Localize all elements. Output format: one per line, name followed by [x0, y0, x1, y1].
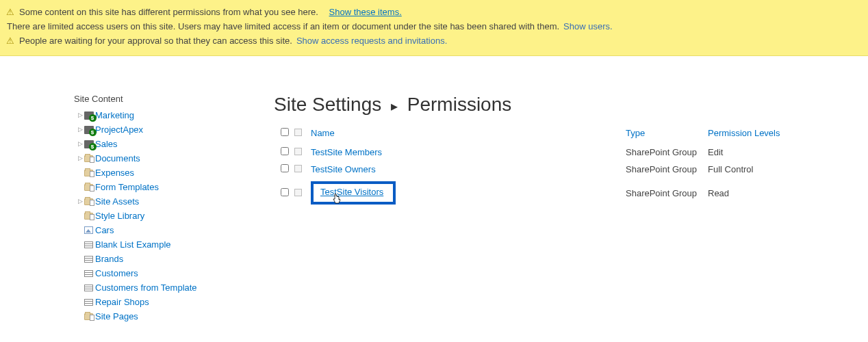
sidebar-item-label[interactable]: Form Templates	[95, 180, 159, 194]
sidebar-item[interactable]: ▷$Sales	[74, 137, 260, 151]
sidebar-item-label[interactable]: Cars	[95, 223, 114, 237]
navigation-tree: ▷$Marketing▷$ProjectApex▷$Sales▷Document…	[74, 108, 260, 324]
sidebar-item[interactable]: Blank List Example	[74, 237, 260, 252]
group-name-link[interactable]: TestSite Visitors	[320, 187, 383, 197]
permission-level: Edit	[708, 144, 868, 161]
expand-caret-icon[interactable]: ▷	[77, 194, 84, 209]
sidebar-item[interactable]: Site Pages	[74, 309, 260, 324]
highlighted-selection: TestSite Visitors	[311, 181, 396, 205]
expand-caret-icon[interactable]: ▷	[77, 137, 84, 151]
notification-bar: ⚠ Some content on this site has differen…	[0, 0, 868, 56]
list-icon	[84, 239, 94, 250]
expand-caret-icon[interactable]: ▷	[77, 151, 84, 166]
sidebar-item[interactable]: ▷$Marketing	[74, 108, 260, 122]
folder-doc-icon	[84, 153, 94, 163]
row-type-icon	[294, 189, 302, 196]
notification-text-1: Some content on this site has different …	[19, 5, 318, 19]
sidebar-item[interactable]: Style Library	[74, 209, 260, 223]
notification-text-2: There are limited access users on this s…	[7, 20, 559, 34]
folder-doc-icon	[84, 168, 94, 178]
notification-text-3: People are waiting for your approval so …	[19, 34, 292, 48]
permission-level: Full Control	[708, 161, 868, 178]
sidebar-title: Site Content	[74, 94, 260, 104]
sidebar-item[interactable]: ▷Site Assets	[74, 194, 260, 209]
folder-doc-icon	[84, 182, 94, 192]
group-type: SharePoint Group	[626, 178, 708, 208]
sidebar-item-label[interactable]: Site Pages	[95, 309, 138, 324]
folder-doc-icon	[84, 311, 94, 321]
breadcrumb-separator-icon: ▸	[391, 98, 398, 114]
col-header-level[interactable]: Permission Levels	[708, 125, 868, 144]
col-header-type[interactable]: Type	[626, 125, 708, 144]
permissions-table: Name Type Permission Levels TestSite Mem…	[274, 125, 868, 208]
folder-doc-icon	[84, 196, 94, 207]
list-icon	[84, 282, 94, 293]
breadcrumb-part-2: Permissions	[407, 94, 511, 115]
sidebar-item-label[interactable]: Sales	[95, 137, 118, 151]
expand-caret-icon[interactable]: ▷	[77, 108, 84, 122]
sidebar-item-label[interactable]: Blank List Example	[95, 237, 171, 252]
list-icon	[84, 254, 94, 264]
group-type: SharePoint Group	[626, 144, 708, 161]
show-users-link[interactable]: Show users.	[563, 20, 613, 34]
sidebar: Site Content ▷$Marketing▷$ProjectApex▷$S…	[0, 94, 260, 324]
sidebar-item[interactable]: Brands	[74, 252, 260, 266]
permission-level: Read	[708, 178, 868, 208]
group-name-link[interactable]: TestSite Owners	[311, 164, 376, 174]
sidebar-item-label[interactable]: Repair Shops	[95, 295, 149, 309]
row-type-icon	[294, 148, 302, 155]
sidebar-item-label[interactable]: Brands	[95, 252, 123, 266]
warning-icon: ⚠	[5, 5, 15, 19]
main-content: Site Settings ▸ Permissions Name Type Pe…	[260, 94, 868, 324]
site-icon: $	[84, 124, 94, 135]
cursor-icon	[332, 194, 342, 207]
table-row: TestSite VisitorsSharePoint GroupRead	[274, 178, 868, 208]
expand-caret-icon[interactable]: ▷	[77, 122, 84, 137]
table-row: TestSite MembersSharePoint GroupEdit	[274, 144, 868, 161]
row-checkbox[interactable]	[281, 164, 289, 172]
sidebar-item[interactable]: ▷Documents	[74, 151, 260, 166]
show-access-requests-link[interactable]: Show access requests and invitations.	[296, 34, 447, 48]
select-all-checkbox[interactable]	[281, 128, 289, 136]
sidebar-item-label[interactable]: Expenses	[95, 166, 134, 180]
row-checkbox[interactable]	[281, 188, 289, 196]
row-type-icon	[294, 165, 302, 172]
sidebar-item-label[interactable]: Site Assets	[95, 194, 139, 209]
group-type: SharePoint Group	[626, 161, 708, 178]
sidebar-item[interactable]: Customers from Template	[74, 280, 260, 295]
breadcrumb-part-1[interactable]: Site Settings	[274, 94, 381, 115]
sidebar-item[interactable]: ▷$ProjectApex	[74, 122, 260, 137]
site-icon: $	[84, 110, 94, 120]
image-icon	[84, 225, 94, 235]
sidebar-item-label[interactable]: Customers	[95, 266, 138, 280]
list-icon	[84, 297, 94, 307]
sidebar-item-label[interactable]: Documents	[95, 151, 140, 166]
sidebar-item[interactable]: Customers	[74, 266, 260, 280]
table-row: TestSite OwnersSharePoint GroupFull Cont…	[274, 161, 868, 178]
group-name-link[interactable]: TestSite Members	[311, 147, 382, 157]
sidebar-item[interactable]: Expenses	[74, 166, 260, 180]
folder-doc-icon	[84, 211, 94, 221]
header-type-icon	[294, 129, 302, 136]
sidebar-item[interactable]: Form Templates	[74, 180, 260, 194]
list-icon	[84, 268, 94, 278]
breadcrumb: Site Settings ▸ Permissions	[274, 94, 868, 116]
sidebar-item[interactable]: Repair Shops	[74, 295, 260, 309]
show-items-link[interactable]: Show these items.	[329, 5, 402, 19]
sidebar-item-label[interactable]: Style Library	[95, 209, 144, 223]
warning-icon: ⚠	[5, 34, 15, 48]
sidebar-item-label[interactable]: ProjectApex	[95, 122, 143, 137]
site-icon: $	[84, 139, 94, 149]
row-checkbox[interactable]	[281, 147, 289, 155]
col-header-name[interactable]: Name	[311, 125, 626, 144]
sidebar-item-label[interactable]: Marketing	[95, 108, 134, 122]
sidebar-item-label[interactable]: Customers from Template	[95, 280, 197, 295]
sidebar-item[interactable]: Cars	[74, 223, 260, 237]
